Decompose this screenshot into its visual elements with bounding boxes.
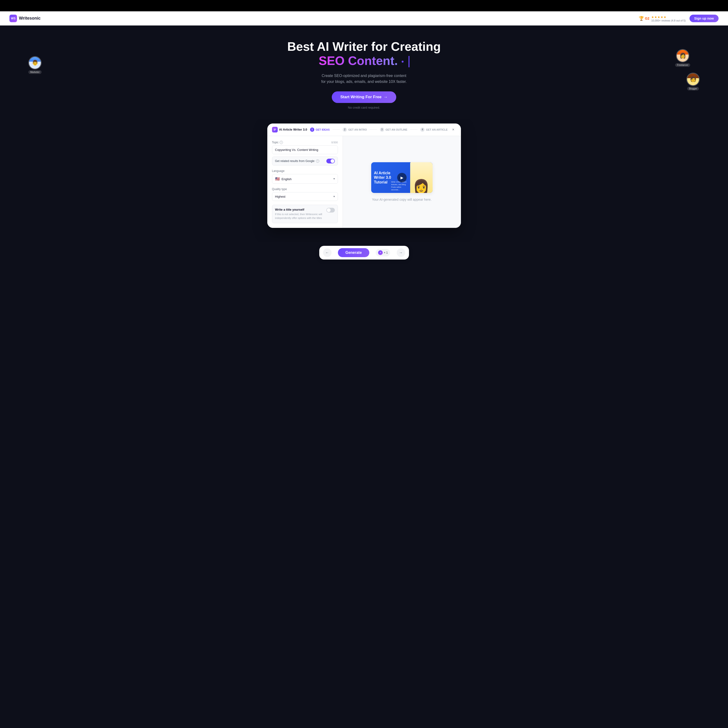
bottom-card-wrap: ← Generate ✦ × 1 →	[267, 242, 461, 263]
step-2-label: GET AN INTRO	[348, 128, 367, 131]
quality-select[interactable]: Highest ▾	[272, 192, 338, 201]
step-2-num: 2	[343, 127, 347, 132]
rating-section: 🏆 G2 ★★★★★ 10,000+ reviews (4.8 out of 5…	[639, 15, 686, 22]
rating-text: 10,000+ reviews (4.8 out of 5)	[651, 19, 686, 22]
language-chevron-icon: ▾	[333, 177, 335, 180]
step-divider-1	[332, 129, 340, 130]
navbar: WS Writesonic 🏆 G2 ★★★★★ 10,000+ reviews…	[0, 11, 728, 26]
mic-dot-icon	[402, 61, 404, 63]
blogger-label: Blogger	[687, 87, 699, 90]
freelancer-label: Freelancer	[675, 63, 690, 67]
g2-badge: 🏆 G2	[639, 16, 649, 21]
language-field-label: Language	[272, 169, 338, 173]
marketer-avatar-img: 👨	[28, 56, 41, 69]
step-divider-2	[370, 129, 377, 130]
video-card: AI ArticleWriter 3.0Tutorial Write 1500+…	[371, 162, 433, 193]
writer-logo-icon	[272, 127, 278, 133]
credit-badge: ✦ × 1	[376, 249, 390, 257]
woman-emoji: 👩	[413, 180, 430, 193]
bottom-bar: ← Generate ✦ × 1 →	[319, 246, 409, 260]
generate-button[interactable]: Generate	[338, 248, 369, 257]
step-4-article[interactable]: 4 GET AN ARTICLE	[420, 127, 448, 132]
write-title-row: Write a title yourself If this is not se…	[272, 205, 338, 223]
write-title-label: Write a title yourself	[275, 208, 324, 211]
play-button[interactable]: ▶	[397, 173, 407, 182]
hero-subtitle: Create SEO-optimized and plagiarism-free…	[321, 73, 407, 85]
trophy-icon: 🏆	[639, 16, 644, 21]
hero-section: 👨 Marketer 👩 Freelancer 🧑 Blogger Best A…	[0, 26, 728, 119]
placeholder-text: Your AI-generated copy will appear here.	[372, 198, 431, 202]
google-toggle-switch[interactable]	[326, 159, 335, 164]
topic-input[interactable]	[272, 145, 338, 154]
logo-area: WS Writesonic	[9, 15, 41, 22]
avatar-freelancer: 👩 Freelancer	[675, 49, 690, 67]
topic-counter: 0/300	[331, 141, 338, 144]
marketer-label: Marketer	[28, 70, 41, 74]
back-button[interactable]: ←	[323, 248, 332, 257]
step-4-label: GET AN ARTICLE	[426, 128, 448, 131]
write-title-info: Write a title yourself If this is not se…	[275, 208, 324, 220]
step-3-outline[interactable]: 3 GET AN OUTLINE	[380, 127, 407, 132]
video-thumbnail: AI ArticleWriter 3.0Tutorial Write 1500+…	[371, 162, 433, 193]
freelancer-avatar-img: 👩	[676, 49, 689, 62]
step-3-num: 3	[380, 127, 384, 132]
write-title-toggle[interactable]	[326, 208, 335, 213]
write-title-desc: If this is not selected, then Writesonic…	[275, 212, 324, 220]
writer-logo: AI Article Writer 3.0	[272, 127, 307, 133]
language-flag: 🇺🇸	[275, 177, 280, 181]
stepper-header: AI Article Writer 3.0 1 GET IDEAS 2 GET …	[267, 124, 461, 136]
writer-title-text: AI Article Writer 3.0	[279, 128, 307, 131]
demo-wrapper: AI Article Writer 3.0 1 GET IDEAS 2 GET …	[0, 119, 728, 242]
google-help-icon[interactable]: ?	[316, 159, 319, 163]
step-4-num: 4	[420, 127, 425, 132]
avatar-marketer: 👨 Marketer	[28, 56, 41, 74]
step-2-intro[interactable]: 2 GET AN INTRO	[343, 127, 367, 132]
right-panel: AI ArticleWriter 3.0Tutorial Write 1500+…	[343, 136, 461, 228]
avatar-blogger: 🧑 Blogger	[687, 73, 700, 90]
step-1-label: GET IDEAS	[316, 128, 330, 131]
hero-title: Best AI Writer for Creating SEO Content.	[287, 40, 440, 68]
star-icons: ★★★★★	[651, 15, 667, 19]
arrow-right-icon: →	[384, 95, 388, 99]
step-1-num: 1	[310, 127, 314, 132]
logo-text: Writesonic	[19, 16, 41, 21]
demo-content: Topic ? 0/300 Get related results from G…	[267, 136, 461, 228]
signup-button[interactable]: Sign up now	[690, 15, 719, 22]
cta-label: Start Writing For Free	[340, 95, 381, 99]
google-toggle-row: Get related results from Google ?	[272, 156, 338, 165]
hero-title-line2: SEO Content.	[318, 54, 407, 67]
step-1-ideas[interactable]: 1 GET IDEAS	[310, 127, 330, 132]
g2-logo: G2	[645, 17, 649, 20]
credit-count: × 1	[384, 251, 388, 254]
cursor-icon	[408, 56, 410, 67]
topic-field-label: Topic ? 0/300	[272, 141, 338, 144]
woman-figure: 👩	[410, 162, 433, 193]
close-button[interactable]: ×	[451, 127, 456, 133]
topic-help-icon[interactable]: ?	[280, 141, 283, 144]
step-3-label: GET AN OUTLINE	[385, 128, 407, 131]
demo-card: AI Article Writer 3.0 1 GET IDEAS 2 GET …	[267, 124, 461, 228]
blogger-avatar-img: 🧑	[687, 73, 700, 86]
stars-row: ★★★★★ 10,000+ reviews (4.8 out of 5)	[651, 15, 686, 22]
quality-field-label: Quality type	[272, 188, 338, 191]
forward-button[interactable]: →	[397, 248, 405, 257]
quality-chevron-icon: ▾	[333, 195, 335, 198]
navbar-right: 🏆 G2 ★★★★★ 10,000+ reviews (4.8 out of 5…	[639, 15, 719, 22]
credit-avatar-icon: ✦	[378, 250, 383, 255]
language-select[interactable]: 🇺🇸 English ▾	[272, 174, 338, 184]
step-divider-3	[410, 129, 418, 130]
writer-logo-svg	[273, 128, 277, 131]
logo-icon: WS	[9, 15, 17, 22]
left-panel: Topic ? 0/300 Get related results from G…	[267, 136, 343, 228]
video-title-text: AI ArticleWriter 3.0Tutorial	[374, 171, 391, 185]
google-toggle-label: Get related results from Google ?	[275, 159, 319, 163]
no-credit-text: No credit card required.	[348, 106, 380, 109]
quality-value: Highest	[275, 195, 286, 198]
top-bar	[0, 0, 728, 11]
hero-title-line1: Best AI Writer for Creating	[287, 40, 440, 54]
language-value: English	[281, 177, 292, 181]
bottom-section: ← Generate ✦ × 1 →	[0, 242, 728, 271]
start-writing-button[interactable]: Start Writing For Free →	[332, 92, 396, 103]
